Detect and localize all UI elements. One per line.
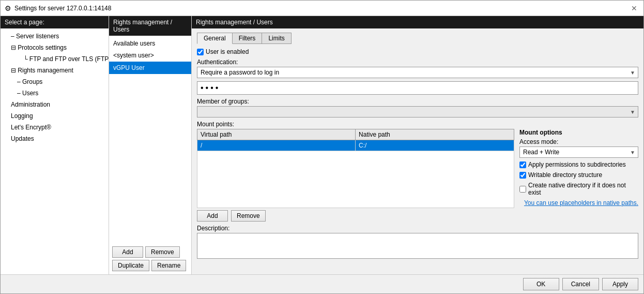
- access-mode-label: Access mode:: [519, 138, 638, 145]
- tree-item-logging[interactable]: Logging: [1, 110, 109, 122]
- col-virtual-path: Virtual path: [197, 129, 356, 140]
- bottom-bar: OK Cancel Apply: [1, 274, 643, 293]
- middle-buttons: Add Remove Duplicate Rename: [109, 243, 191, 274]
- apply-permissions-label: Apply permissions to subdirectories: [528, 161, 626, 168]
- title-bar: ⚙ Settings for server 127.0.0.1:14148 ✕: [1, 1, 643, 16]
- tree-item-administration[interactable]: Administration: [1, 99, 109, 110]
- content-area: Select a page: – Server listeners ⊟ Prot…: [1, 16, 643, 274]
- settings-icon: ⚙: [5, 4, 11, 12]
- remove-user-button[interactable]: Remove: [145, 246, 180, 258]
- user-enabled-checkbox[interactable]: [197, 49, 204, 55]
- tree-item-users[interactable]: – Users: [1, 87, 109, 99]
- mount-points-row: Mount points: Virtual path Native path: [197, 121, 638, 222]
- mount-table: Virtual path Native path / C:/: [197, 129, 514, 208]
- right-panel-header: Rights management / Users: [192, 16, 643, 28]
- mount-options-title: Mount options: [519, 129, 638, 136]
- mount-table-area: Virtual path Native path / C:/: [197, 129, 514, 222]
- mount-section: Virtual path Native path / C:/: [197, 129, 638, 222]
- user-item-vgpu[interactable]: vGPU User: [109, 62, 191, 74]
- users-list: Available users <system user> vGPU User: [109, 36, 191, 243]
- password-row: [197, 81, 638, 95]
- tree-item-label: – Groups: [17, 78, 42, 85]
- cancel-button[interactable]: Cancel: [562, 278, 599, 290]
- tree-item-label: ⊟ Protocols settings: [11, 44, 67, 51]
- apply-permissions-checkbox[interactable]: [519, 161, 526, 168]
- tree-item-label: Let's Encrypt®: [11, 124, 51, 131]
- tab-general-label: General: [204, 35, 226, 42]
- access-mode-dropdown-wrapper: Read + Write Read only Write only ▼: [519, 146, 638, 158]
- apply-button[interactable]: Apply: [602, 278, 638, 290]
- tree-item-server-listeners[interactable]: – Server listeners: [1, 31, 109, 42]
- left-panel-header: Select a page:: [1, 16, 109, 28]
- access-mode-dropdown[interactable]: Read + Write Read only Write only: [519, 146, 638, 158]
- col-native-path: Native path: [356, 129, 514, 140]
- auth-dropdown[interactable]: Require a password to log in No password…: [197, 67, 638, 78]
- tree-item-lets-encrypt[interactable]: Let's Encrypt®: [1, 122, 109, 133]
- description-label: Description:: [197, 225, 638, 232]
- writable-directory-row: Writable directory structure: [519, 171, 638, 179]
- tree-item-label: ⊟ Rights management: [11, 67, 73, 74]
- tab-general[interactable]: General: [197, 33, 233, 44]
- main-window: ⚙ Settings for server 127.0.0.1:14148 ✕ …: [0, 0, 644, 294]
- middle-btn-row-2: Duplicate Rename: [112, 260, 188, 271]
- native-path-cell: C:/: [356, 140, 514, 151]
- user-item-label: vGPU User: [113, 64, 145, 71]
- middle-panel-header: Rights management / Users: [109, 16, 191, 36]
- mount-add-button[interactable]: Add: [197, 210, 228, 222]
- create-native-label: Create native directory if it does not e…: [528, 182, 638, 196]
- authentication-label: Authentication:: [197, 58, 638, 66]
- close-button[interactable]: ✕: [629, 4, 639, 12]
- writable-directory-label: Writable directory structure: [528, 171, 602, 179]
- tree-item-ftp-ftps[interactable]: └ FTP and FTP over TLS (FTPS): [1, 53, 109, 65]
- apply-permissions-row: Apply permissions to subdirectories: [519, 161, 638, 168]
- tree-item-protocols-settings[interactable]: ⊟ Protocols settings: [1, 42, 109, 53]
- mount-table-head: Virtual path Native path: [197, 129, 514, 140]
- create-native-checkbox[interactable]: [519, 186, 526, 193]
- tab-limits[interactable]: Limits: [262, 33, 291, 44]
- user-enabled-row: User is enabled: [197, 48, 638, 55]
- tab-filters-label: Filters: [239, 35, 256, 42]
- mount-table-header-row: Virtual path Native path: [197, 129, 514, 140]
- create-native-row: Create native directory if it does not e…: [519, 182, 638, 196]
- tree-area: – Server listeners ⊟ Protocols settings …: [1, 28, 109, 274]
- virtual-path-cell: /: [197, 140, 356, 151]
- placeholder-link[interactable]: You can use placeholders in native paths…: [519, 199, 638, 207]
- tree-item-rights-management[interactable]: ⊟ Rights management: [1, 65, 109, 76]
- tab-filters[interactable]: Filters: [232, 33, 263, 44]
- user-item-system[interactable]: <system user>: [109, 49, 191, 62]
- add-user-button[interactable]: Add: [112, 246, 143, 258]
- description-row: Description:: [197, 225, 638, 260]
- writable-directory-checkbox[interactable]: [519, 172, 526, 179]
- description-textarea[interactable]: [197, 233, 638, 259]
- tab-limits-label: Limits: [268, 35, 284, 42]
- auth-dropdown-wrapper: Require a password to log in No password…: [197, 67, 638, 78]
- table-row[interactable]: / C:/: [197, 140, 514, 151]
- tree-item-groups[interactable]: – Groups: [1, 76, 109, 87]
- tree-item-label: Logging: [11, 112, 33, 120]
- tree-item-label: – Server listeners: [11, 33, 59, 40]
- duplicate-user-button[interactable]: Duplicate: [112, 260, 149, 271]
- mount-remove-button[interactable]: Remove: [231, 210, 266, 222]
- tree-item-label: Administration: [11, 101, 50, 108]
- middle-panel: Rights management / Users Available user…: [109, 16, 192, 274]
- member-groups-row: Member of groups: ▼: [197, 98, 638, 117]
- groups-dropdown[interactable]: [197, 106, 638, 117]
- window-title: Settings for server 127.0.0.1:14148: [14, 5, 111, 12]
- available-users-label: Available users: [109, 38, 191, 49]
- left-panel: Select a page: – Server listeners ⊟ Prot…: [1, 16, 109, 274]
- rename-user-button[interactable]: Rename: [151, 260, 186, 271]
- right-panel: Rights management / Users General Filter…: [192, 16, 643, 274]
- ok-button[interactable]: OK: [523, 278, 559, 290]
- mount-points-label: Mount points:: [197, 121, 638, 128]
- middle-header-text: Rights management / Users: [113, 19, 172, 33]
- mount-add-remove: Add Remove: [197, 210, 514, 222]
- tree-item-label: Updates: [11, 135, 34, 142]
- tree-item-updates[interactable]: Updates: [1, 133, 109, 144]
- mount-table-body: / C:/: [197, 140, 514, 208]
- table-row-empty: [197, 151, 514, 208]
- user-enabled-label: User is enabled: [206, 48, 249, 55]
- authentication-row: Authentication: Require a password to lo…: [197, 58, 638, 78]
- title-bar-left: ⚙ Settings for server 127.0.0.1:14148: [5, 4, 111, 12]
- password-input[interactable]: [197, 81, 638, 95]
- mount-options: Mount options Access mode: Read + Write …: [519, 129, 638, 222]
